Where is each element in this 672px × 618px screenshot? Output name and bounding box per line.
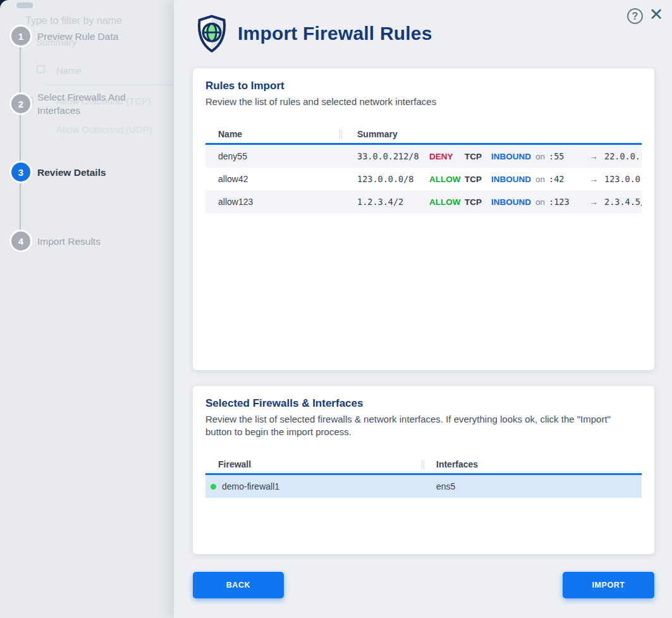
modal-header: Import Firewall Rules (195, 14, 432, 53)
table-row[interactable]: deny55 33.0.0.212/8 DENY TCP INBOUND on … (205, 145, 642, 168)
rule-name: allow123 (205, 197, 357, 207)
arrow-icon: → (589, 197, 598, 207)
rule-port: :55 (549, 151, 578, 161)
rule-direction: INBOUND (491, 197, 532, 207)
rule-protocol: TCP (465, 152, 486, 161)
rule-destination: 22.0.0.1 (604, 151, 642, 161)
step-2-badge: 2 (11, 94, 30, 113)
close-icon[interactable]: ✕ (647, 5, 666, 24)
shield-globe-icon (195, 14, 229, 53)
rule-name: allow42 (205, 174, 357, 184)
rule-port: :123 (549, 197, 578, 207)
step-1-label: Preview Rule Data (37, 30, 118, 43)
rule-summary: 1.2.3.4/2 ALLOW TCP INBOUND on :123 → 2.… (357, 197, 642, 207)
ghost-checkbox (37, 65, 45, 73)
firewalls-table: Firewall Interfaces demo-firewall1 ens5 (205, 455, 642, 498)
column-resize-handle[interactable] (339, 130, 342, 139)
step-3-badge: 3 (11, 163, 30, 182)
step-1-preview-rule-data: 1 Preview Rule Data (11, 27, 118, 46)
dimmed-background-page: Type to filter by name Summary Name Allo… (0, 0, 672, 618)
rule-on-word: on (535, 197, 545, 207)
rule-destination: 2.3.4.5/ (604, 197, 642, 207)
rules-to-import-card: Rules to Import Review the list of rules… (193, 68, 654, 370)
table-row[interactable]: allow123 1.2.3.4/2 ALLOW TCP INBOUND on … (205, 190, 642, 213)
stepper-connector-line (20, 36, 21, 241)
rule-summary: 33.0.0.212/8 DENY TCP INBOUND on :55 → 2… (357, 151, 642, 161)
column-header-summary[interactable]: Summary (357, 129, 398, 139)
ghost-header-pill (16, 3, 33, 8)
step-4-label: Import Results (37, 235, 101, 248)
firewalls-table-header: Firewall Interfaces (205, 455, 642, 475)
rule-on-word: on (535, 152, 545, 161)
step-3-review-details: 3 Review Details (11, 163, 106, 182)
rules-table-header: Name Summary (205, 125, 642, 145)
ghost-divider (44, 84, 174, 85)
firewall-cell: demo-firewall1 (205, 481, 436, 491)
column-header-name[interactable]: Name (205, 129, 357, 139)
rules-table: Name Summary deny55 33.0.0.212/8 DENY TC… (205, 125, 642, 213)
rules-card-title: Rules to Import (205, 80, 642, 92)
rule-port: :42 (549, 174, 578, 184)
rules-card-subtitle: Review the list of rules and selected ne… (205, 96, 637, 108)
arrow-icon: → (589, 151, 598, 161)
step-4-badge: 4 (11, 232, 30, 250)
rule-source: 123.0.0.0/8 (357, 174, 423, 184)
modal-panel: Import Firewall Rules ? ✕ Rules to Impor… (174, 0, 672, 618)
rule-name: deny55 (205, 151, 357, 161)
arrow-icon: → (589, 174, 598, 184)
rule-protocol: TCP (465, 197, 486, 207)
column-header-interfaces[interactable]: Interfaces (436, 459, 478, 469)
rule-summary: 123.0.0.0/8 ALLOW TCP INBOUND on :42 → 1… (357, 174, 642, 184)
firewall-name: demo-firewall1 (222, 481, 279, 491)
firewalls-card-title: Selected Firewalls & Interfaces (205, 397, 642, 410)
column-header-firewall[interactable]: Firewall (205, 459, 436, 469)
page-title: Import Firewall Rules (238, 23, 432, 44)
table-row[interactable]: demo-firewall1 ens5 (205, 475, 642, 498)
rule-action: ALLOW (429, 175, 460, 184)
interfaces-cell: ens5 (436, 481, 455, 491)
step-4-import-results: 4 Import Results (11, 232, 101, 250)
ghost-filter-placeholder: Type to filter by name (25, 15, 122, 27)
step-2-label: Select Firewalls And Interfaces (37, 90, 148, 117)
ghost-rule-row: Allow Outbound (UDP) (56, 124, 152, 135)
rule-direction: INBOUND (491, 152, 532, 161)
rule-protocol: TCP (465, 175, 486, 184)
import-button[interactable]: IMPORT (563, 572, 654, 598)
step-2-select-firewalls: 2 Select Firewalls And Interfaces (11, 90, 148, 117)
rule-destination: 123.0.0.0 (604, 174, 642, 184)
ghost-name-column: Name (56, 65, 82, 76)
rule-direction: INBOUND (491, 175, 532, 184)
online-status-icon (211, 484, 216, 490)
step-3-label: Review Details (37, 166, 106, 179)
back-button[interactable]: BACK (193, 572, 284, 598)
import-firewall-rules-wizard: Type to filter by name Summary Name Allo… (0, 0, 672, 618)
selected-firewalls-card: Selected Firewalls & Interfaces Review t… (193, 386, 654, 554)
rule-on-word: on (535, 175, 545, 184)
firewalls-card-subtitle: Review the list of selected firewalls & … (205, 413, 637, 438)
step-1-badge: 1 (11, 27, 30, 46)
rule-source: 33.0.0.212/8 (357, 151, 423, 161)
rule-action: DENY (429, 152, 460, 161)
rule-action: ALLOW (429, 197, 460, 207)
rule-source: 1.2.3.4/2 (357, 197, 423, 207)
table-row[interactable]: allow42 123.0.0.0/8 ALLOW TCP INBOUND on… (205, 168, 642, 190)
column-resize-handle[interactable] (422, 460, 424, 469)
help-icon[interactable]: ? (627, 8, 643, 24)
